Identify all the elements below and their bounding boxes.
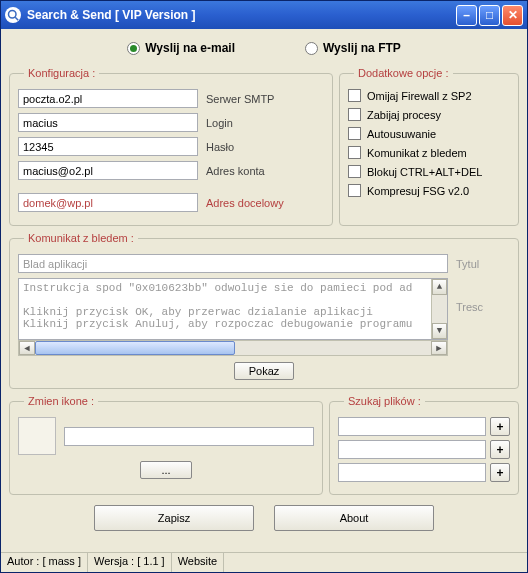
window-title: Search & Send [ VIP Version ] bbox=[27, 8, 456, 22]
option-autodelete[interactable]: Autousuwanie bbox=[348, 127, 510, 140]
smtp-input[interactable] bbox=[18, 89, 198, 108]
options-group: Dodatkowe opcje : Omijaj Firewall z SP2 … bbox=[339, 67, 519, 226]
svg-line-1 bbox=[15, 17, 18, 20]
message-legend: Komunikat z bledem : bbox=[24, 232, 138, 244]
radio-ftp-label: Wyslij na FTP bbox=[323, 41, 401, 55]
scroll-thumb[interactable] bbox=[35, 341, 235, 355]
status-version: Wersja : [ 1.1 ] bbox=[88, 553, 172, 572]
message-body-textarea[interactable]: Instrukcja spod "0x010623bb" odwoluje si… bbox=[18, 278, 448, 340]
scroll-down-icon[interactable]: ▼ bbox=[432, 323, 447, 339]
checkbox-icon bbox=[348, 146, 361, 159]
smtp-label: Serwer SMTP bbox=[206, 93, 274, 105]
titlebar: Search & Send [ VIP Version ] – □ ✕ bbox=[1, 1, 527, 29]
scroll-up-icon[interactable]: ▲ bbox=[432, 279, 447, 295]
destination-input[interactable] bbox=[18, 193, 198, 212]
add-file-2-button[interactable]: + bbox=[490, 440, 510, 459]
scroll-right-icon[interactable]: ► bbox=[431, 341, 447, 355]
minimize-button[interactable]: – bbox=[456, 5, 477, 26]
status-author: Autor : [ mass ] bbox=[1, 553, 88, 572]
search-file-1[interactable] bbox=[338, 417, 486, 436]
icon-preview bbox=[18, 417, 56, 455]
maximize-button[interactable]: □ bbox=[479, 5, 500, 26]
scrollbar-horizontal[interactable]: ◄ ► bbox=[18, 340, 448, 356]
checkbox-icon bbox=[348, 184, 361, 197]
search-files-group: Szukaj plików : + + + bbox=[329, 395, 519, 495]
checkbox-icon bbox=[348, 89, 361, 102]
add-file-3-button[interactable]: + bbox=[490, 463, 510, 482]
search-file-2[interactable] bbox=[338, 440, 486, 459]
icon-legend: Zmien ikone : bbox=[24, 395, 98, 407]
scrollbar-vertical[interactable]: ▲ ▼ bbox=[431, 279, 447, 339]
icon-group: Zmien ikone : ... bbox=[9, 395, 323, 495]
close-button[interactable]: ✕ bbox=[502, 5, 523, 26]
statusbar: Autor : [ mass ] Wersja : [ 1.1 ] Websit… bbox=[1, 552, 527, 572]
config-legend: Konfiguracja : bbox=[24, 67, 99, 79]
icon-path-input[interactable] bbox=[64, 427, 314, 446]
radio-icon bbox=[305, 42, 318, 55]
password-input[interactable] bbox=[18, 137, 198, 156]
search-legend: Szukaj plików : bbox=[344, 395, 425, 407]
message-title-label: Tytul bbox=[456, 258, 479, 270]
option-firewall[interactable]: Omijaj Firewall z SP2 bbox=[348, 89, 510, 102]
app-icon bbox=[5, 7, 21, 23]
checkbox-icon bbox=[348, 108, 361, 121]
status-website[interactable]: Website bbox=[172, 553, 225, 572]
radio-email[interactable]: Wyslij na e-mail bbox=[127, 41, 235, 55]
browse-button[interactable]: ... bbox=[140, 461, 191, 479]
account-input[interactable] bbox=[18, 161, 198, 180]
show-button[interactable]: Pokaz bbox=[234, 362, 295, 380]
login-label: Login bbox=[206, 117, 233, 129]
password-label: Hasło bbox=[206, 141, 234, 153]
svg-point-0 bbox=[9, 11, 17, 19]
message-body-label: Tresc bbox=[456, 301, 483, 313]
option-compress[interactable]: Kompresuj FSG v2.0 bbox=[348, 184, 510, 197]
option-block-cad[interactable]: Blokuj CTRL+ALT+DEL bbox=[348, 165, 510, 178]
scroll-left-icon[interactable]: ◄ bbox=[19, 341, 35, 355]
option-kill-processes[interactable]: Zabijaj procesy bbox=[348, 108, 510, 121]
options-legend: Dodatkowe opcje : bbox=[354, 67, 453, 79]
search-file-3[interactable] bbox=[338, 463, 486, 482]
destination-label: Adres docelowy bbox=[206, 197, 284, 209]
login-input[interactable] bbox=[18, 113, 198, 132]
add-file-1-button[interactable]: + bbox=[490, 417, 510, 436]
message-title-input[interactable] bbox=[18, 254, 448, 273]
radio-email-label: Wyslij na e-mail bbox=[145, 41, 235, 55]
about-button[interactable]: About bbox=[274, 505, 434, 531]
option-error-msg[interactable]: Komunikat z bledem bbox=[348, 146, 510, 159]
radio-ftp[interactable]: Wyslij na FTP bbox=[305, 41, 401, 55]
save-button[interactable]: Zapisz bbox=[94, 505, 254, 531]
radio-icon bbox=[127, 42, 140, 55]
checkbox-icon bbox=[348, 165, 361, 178]
config-group: Konfiguracja : Serwer SMTP Login Hasło A… bbox=[9, 67, 333, 226]
checkbox-icon bbox=[348, 127, 361, 140]
account-label: Adres konta bbox=[206, 165, 265, 177]
message-group: Komunikat z bledem : Tytul Instrukcja sp… bbox=[9, 232, 519, 389]
